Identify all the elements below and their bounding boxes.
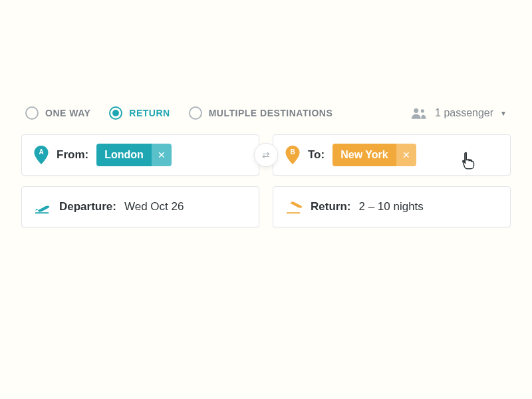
from-chip: London ✕ — [96, 144, 172, 166]
pin-b-icon: B — [285, 146, 300, 164]
svg-point-1 — [421, 109, 424, 112]
radio-multiple-label: MULTIPLE DESTINATIONS — [209, 108, 333, 118]
passengers-label: 1 passenger — [435, 107, 493, 119]
svg-point-0 — [414, 108, 418, 113]
departure-field[interactable]: Departure: Wed Oct 26 — [21, 186, 259, 227]
passengers-icon — [411, 107, 428, 119]
from-chip-remove[interactable]: ✕ — [152, 144, 172, 166]
passengers-selector[interactable]: 1 passenger ▼ — [411, 107, 507, 119]
radio-return-label: RETURN — [129, 108, 170, 118]
departure-value: Wed Oct 26 — [124, 200, 184, 213]
to-field[interactable]: B To: New York ✕ — [273, 134, 511, 176]
radio-one-way[interactable]: ONE WAY — [25, 106, 90, 120]
plane-landing-icon — [285, 200, 303, 214]
from-field[interactable]: A From: London ✕ — [21, 134, 259, 176]
to-chip-label: New York — [332, 144, 396, 166]
trip-type-group: ONE WAY RETURN MULTIPLE DESTINATIONS — [25, 106, 332, 120]
locations-row: A From: London ✕ ⇄ B To: New York ✕ — [21, 134, 511, 176]
return-value: 2 – 10 nights — [358, 200, 423, 213]
departure-label: Departure: — [59, 200, 116, 213]
chevron-down-icon: ▼ — [500, 110, 507, 117]
to-chip-remove[interactable]: ✕ — [396, 144, 416, 166]
radio-multiple[interactable]: MULTIPLE DESTINATIONS — [189, 106, 333, 120]
from-chip-label: London — [96, 144, 152, 166]
to-chip: New York ✕ — [332, 144, 416, 166]
radio-one-way-label: ONE WAY — [45, 108, 90, 118]
dates-row: Departure: Wed Oct 26 Return: 2 – 10 nig… — [21, 186, 511, 227]
svg-rect-3 — [287, 212, 300, 213]
search-topbar: ONE WAY RETURN MULTIPLE DESTINATIONS 1 p… — [21, 106, 511, 120]
to-label: To: — [308, 148, 325, 162]
return-field[interactable]: Return: 2 – 10 nights — [273, 186, 511, 227]
swap-button[interactable]: ⇄ — [254, 143, 278, 167]
radio-return[interactable]: RETURN — [109, 106, 170, 120]
from-label: From: — [57, 148, 88, 162]
return-label: Return: — [311, 200, 350, 213]
pin-a-icon: A — [34, 146, 49, 164]
plane-takeoff-icon — [34, 200, 51, 214]
svg-rect-2 — [35, 212, 49, 213]
